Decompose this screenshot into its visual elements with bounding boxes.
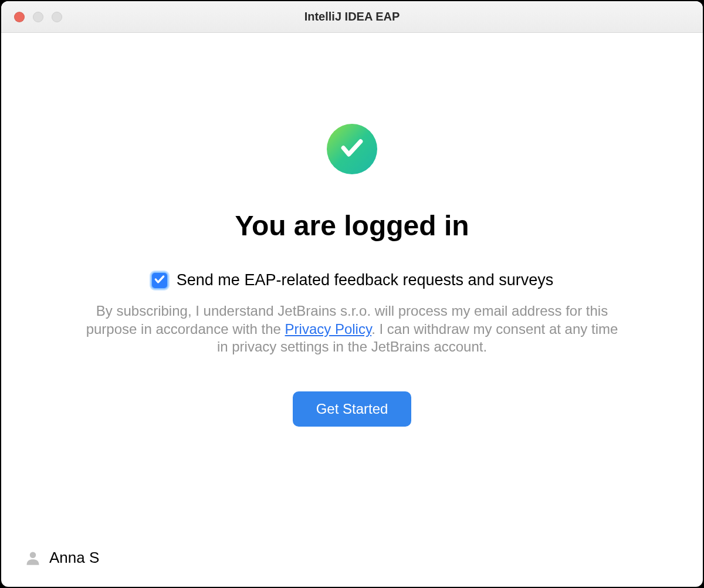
privacy-policy-link[interactable]: Privacy Policy: [285, 321, 372, 337]
main-content: You are logged in Send me EAP-related fe…: [1, 33, 703, 587]
window-title: IntelliJ IDEA EAP: [304, 10, 400, 23]
feedback-checkbox[interactable]: [151, 272, 168, 289]
success-badge: [327, 124, 377, 174]
get-started-button[interactable]: Get Started: [293, 391, 412, 427]
traffic-lights: [1, 12, 62, 22]
footer-user: Anna S: [25, 549, 99, 567]
minimize-window-button[interactable]: [33, 12, 43, 22]
username-label: Anna S: [49, 549, 99, 567]
svg-point-0: [30, 552, 36, 558]
feedback-checkbox-row: Send me EAP-related feedback requests an…: [151, 271, 553, 289]
app-window: IntelliJ IDEA EAP You are logged in Send: [1, 1, 703, 587]
checkbox-checkmark-icon: [154, 273, 165, 288]
close-window-button[interactable]: [14, 12, 25, 22]
feedback-checkbox-label: Send me EAP-related feedback requests an…: [177, 271, 553, 289]
disclaimer-text: By subscribing, I understand JetBrains s…: [82, 302, 622, 356]
checkmark-icon: [339, 135, 365, 163]
maximize-window-button[interactable]: [52, 12, 62, 22]
titlebar: IntelliJ IDEA EAP: [1, 1, 703, 33]
user-avatar-icon: [25, 550, 41, 566]
page-title: You are logged in: [235, 209, 469, 242]
